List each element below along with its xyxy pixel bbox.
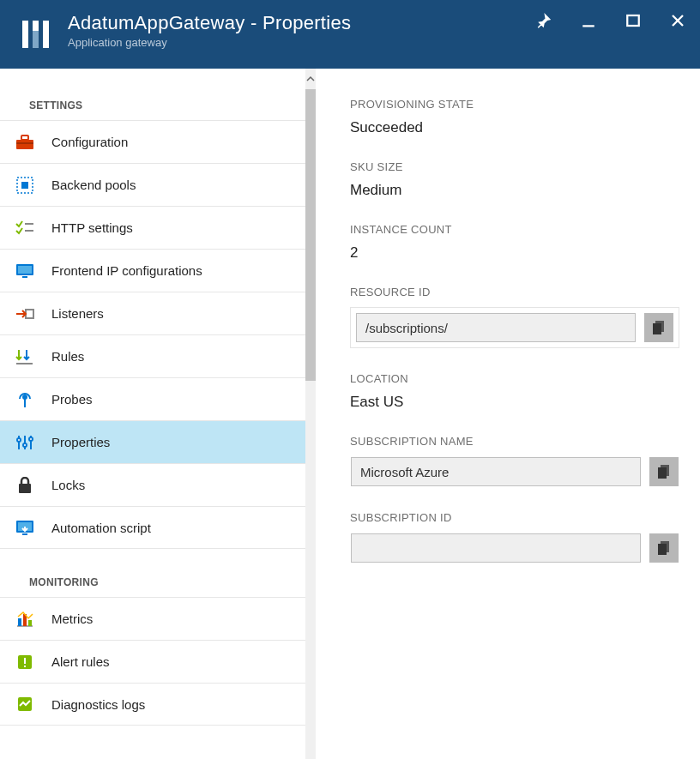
subscription-id-input[interactable] <box>351 533 641 563</box>
sidebar-item-probes[interactable]: Probes <box>0 377 305 420</box>
svg-point-26 <box>17 438 21 442</box>
copy-button[interactable] <box>644 313 673 342</box>
svg-rect-31 <box>19 484 31 493</box>
properties-panel: PROVISIONING STATE Succeeded SKU SIZE Me… <box>316 69 700 759</box>
svg-rect-48 <box>658 544 667 555</box>
field-label: SKU SIZE <box>350 160 679 173</box>
field-label: INSTANCE COUNT <box>350 223 679 236</box>
probe-icon <box>14 389 36 411</box>
svg-rect-13 <box>21 182 28 189</box>
sidebar-item-listeners[interactable]: Listeners <box>0 292 305 334</box>
field-provisioning-state: PROVISIONING STATE Succeeded <box>350 98 679 136</box>
sidebar-item-label: HTTP settings <box>51 220 133 235</box>
field-instance-count: INSTANCE COUNT 2 <box>350 223 679 262</box>
alert-icon <box>14 651 36 673</box>
diagnostics-icon <box>14 693 36 715</box>
svg-rect-4 <box>33 21 39 31</box>
pool-icon <box>14 174 36 196</box>
sidebar-item-alert-rules[interactable]: Alert rules <box>0 640 305 683</box>
sidebar-item-diagnostics-logs[interactable]: Diagnostics logs <box>0 683 305 726</box>
field-label: PROVISIONING STATE <box>350 98 679 111</box>
settings-sidebar: SETTINGS Configuration Backend pools HTT… <box>0 69 305 759</box>
sidebar-item-label: Diagnostics logs <box>51 697 145 712</box>
svg-point-28 <box>23 443 27 447</box>
sidebar-item-backend-pools[interactable]: Backend pools <box>0 163 305 206</box>
sidebar-item-label: Properties <box>51 435 110 449</box>
field-value: Medium <box>350 182 679 199</box>
svg-rect-18 <box>22 276 27 278</box>
field-value: Succeeded <box>350 119 679 136</box>
svg-rect-38 <box>28 620 32 626</box>
sidebar-item-automation-script[interactable]: Automation script <box>0 506 305 549</box>
sidebar-item-rules[interactable]: Rules <box>0 334 305 377</box>
header-actions <box>532 9 690 33</box>
sidebar-item-label: Locks <box>51 478 85 492</box>
checklist-icon <box>14 217 36 239</box>
close-icon[interactable] <box>666 9 690 33</box>
svg-rect-1 <box>22 21 28 48</box>
metrics-icon <box>14 608 36 630</box>
lock-icon <box>14 474 36 497</box>
field-subscription-id: SUBSCRIPTION ID <box>350 511 679 563</box>
script-icon <box>14 516 36 539</box>
scroll-thumb[interactable] <box>305 89 316 381</box>
sidebar-scrollbar[interactable] <box>305 69 316 759</box>
blade-header: AdatumAppGateway - Properties Applicatio… <box>0 0 700 69</box>
svg-rect-6 <box>627 15 639 26</box>
toolbox-icon <box>14 131 36 154</box>
header-title-block: AdatumAppGateway - Properties Applicatio… <box>68 9 351 49</box>
monitor-icon <box>14 260 36 282</box>
svg-rect-9 <box>16 140 33 149</box>
maximize-icon[interactable] <box>621 9 645 33</box>
sidebar-item-label: Metrics <box>51 611 93 626</box>
field-value: East US <box>350 394 679 411</box>
sidebar-item-http-settings[interactable]: HTTP settings <box>0 206 305 249</box>
scroll-up-icon[interactable] <box>305 69 316 89</box>
svg-rect-46 <box>658 467 667 479</box>
field-label: SUBSCRIPTION ID <box>350 511 679 524</box>
svg-rect-41 <box>24 666 26 667</box>
sidebar-item-label: Probes <box>51 392 93 407</box>
field-value: 2 <box>350 244 679 262</box>
sidebar-item-label: Backend pools <box>51 178 136 192</box>
blade-subtitle: Application gateway <box>68 36 351 49</box>
svg-rect-10 <box>21 136 28 140</box>
field-label: LOCATION <box>350 372 679 385</box>
sidebar-item-label: Frontend IP configurations <box>51 263 202 278</box>
svg-rect-3 <box>43 21 49 48</box>
field-resource-id: RESOURCE ID /subscriptions/ <box>350 286 679 348</box>
svg-rect-40 <box>24 658 26 664</box>
field-subscription-name: SUBSCRIPTION NAME Microsoft Azure <box>350 435 679 487</box>
properties-icon <box>14 431 36 454</box>
sidebar-item-label: Configuration <box>51 135 128 149</box>
sidebar-item-configuration[interactable]: Configuration <box>0 120 305 163</box>
subscription-name-input[interactable]: Microsoft Azure <box>351 457 641 486</box>
minimize-icon[interactable] <box>576 9 600 33</box>
svg-rect-17 <box>18 266 32 274</box>
sidebar-item-label: Rules <box>51 349 84 364</box>
sidebar-item-metrics[interactable]: Metrics <box>0 597 305 640</box>
field-sku-size: SKU SIZE Medium <box>350 160 679 199</box>
svg-point-30 <box>29 437 33 441</box>
svg-rect-34 <box>22 533 27 535</box>
appgateway-icon <box>12 10 59 57</box>
section-settings: SETTINGS <box>0 89 305 120</box>
sidebar-item-properties[interactable]: Properties <box>0 420 305 463</box>
svg-rect-5 <box>582 25 594 27</box>
section-monitoring: MONITORING <box>0 566 305 597</box>
copy-button[interactable] <box>649 533 679 563</box>
resource-id-input[interactable]: /subscriptions/ <box>356 313 636 342</box>
field-label: SUBSCRIPTION NAME <box>350 435 679 448</box>
blade-title: AdatumAppGateway - Properties <box>68 12 351 34</box>
field-location: LOCATION East US <box>350 372 679 411</box>
rules-icon <box>14 346 36 368</box>
sidebar-item-label: Listeners <box>51 306 104 321</box>
field-label: RESOURCE ID <box>350 286 679 298</box>
sidebar-item-locks[interactable]: Locks <box>0 463 305 506</box>
sidebar-item-frontend-ip[interactable]: Frontend IP configurations <box>0 249 305 292</box>
svg-point-23 <box>23 395 27 399</box>
svg-rect-11 <box>16 142 33 144</box>
pin-icon[interactable] <box>532 9 556 33</box>
listener-icon <box>14 303 36 325</box>
copy-button[interactable] <box>649 457 679 486</box>
